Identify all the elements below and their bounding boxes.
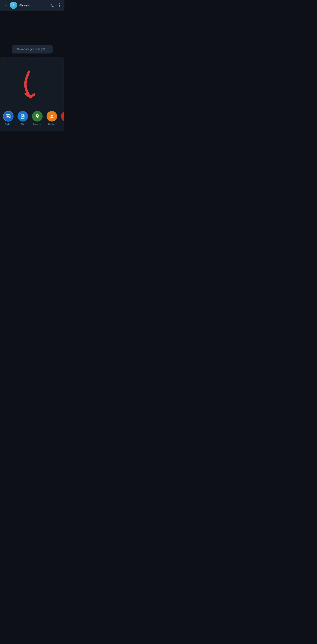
location-circle xyxy=(32,111,42,122)
no-messages-bubble: No messages here yet... xyxy=(12,45,53,54)
svg-point-5 xyxy=(37,115,38,116)
attachment-row: Gallery File Location xyxy=(0,108,64,127)
back-arrow-icon: ← xyxy=(4,3,8,8)
attachment-location[interactable]: Location xyxy=(32,111,42,125)
header-actions: ⋮ xyxy=(50,3,62,8)
gallery-label: Gallery xyxy=(5,123,12,125)
contact-circle xyxy=(46,111,57,122)
header: ← A Alireza ⋮ xyxy=(0,0,64,10)
back-button[interactable]: ← xyxy=(3,2,9,8)
attachment-music[interactable]: Mu xyxy=(62,111,64,125)
attachment-panel: Gallery File Location xyxy=(0,57,64,130)
contact-name[interactable]: Alireza xyxy=(19,4,50,7)
more-options-icon[interactable]: ⋮ xyxy=(57,3,62,8)
panel-handle xyxy=(29,59,36,60)
contact-label: Contact xyxy=(48,123,56,125)
panel-spacer xyxy=(0,62,64,108)
avatar[interactable]: A xyxy=(10,2,17,9)
svg-point-6 xyxy=(51,114,53,116)
attachment-gallery[interactable]: Gallery xyxy=(3,111,13,125)
no-messages-text: No messages here yet... xyxy=(17,48,48,51)
chat-area: No messages here yet... xyxy=(0,10,64,57)
file-circle xyxy=(18,111,28,122)
music-circle xyxy=(62,111,64,122)
location-label: Location xyxy=(33,123,41,125)
gallery-circle xyxy=(3,111,14,122)
phone-icon[interactable] xyxy=(50,3,54,7)
attachment-file[interactable]: File xyxy=(18,111,28,125)
avatar-initial: A xyxy=(12,4,14,7)
attachment-contact[interactable]: Contact xyxy=(47,111,57,125)
file-label: File xyxy=(21,123,24,125)
